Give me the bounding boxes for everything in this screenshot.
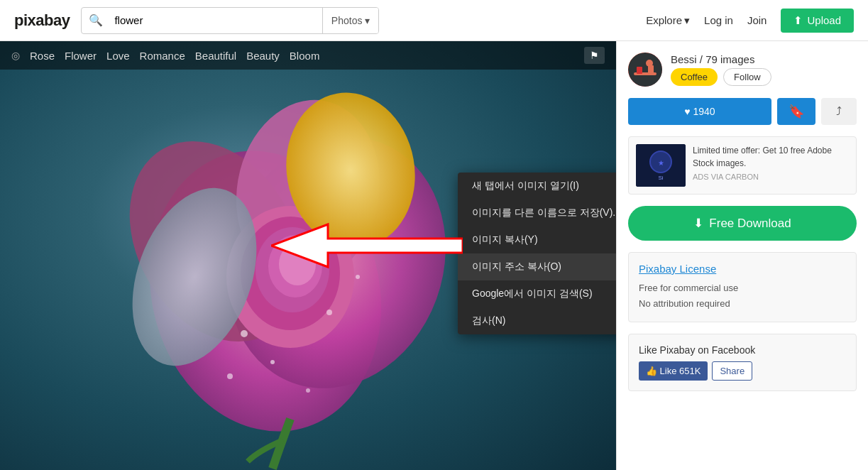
explore-nav[interactable]: Explore ▾ xyxy=(646,14,690,27)
tag-icon: ◎ xyxy=(11,50,20,61)
search-icon: 🔍 xyxy=(82,13,110,27)
svg-rect-20 xyxy=(637,67,642,74)
context-inspect[interactable]: 검사(N) Ctrl+Shift+I xyxy=(458,307,616,334)
upload-icon: ⬆ xyxy=(793,14,803,27)
header: pixabay 🔍 Photos ▾ Explore ▾ Log in Join… xyxy=(0,0,868,41)
svg-point-22 xyxy=(646,60,653,67)
license-title[interactable]: Pixabay License xyxy=(639,263,846,275)
tags-bar: ◎ Rose Flower Love Romance Beautiful Bea… xyxy=(0,41,616,70)
svg-point-18 xyxy=(628,53,662,87)
facebook-like-button[interactable]: 👍 Like 651K xyxy=(639,361,708,381)
search-type-dropdown[interactable]: Photos ▾ xyxy=(323,8,379,33)
share-button[interactable]: ⤴ xyxy=(821,98,857,125)
ad-thumbnail: Si ★ xyxy=(636,144,686,187)
ad-content: Limited time offer: Get 10 free Adobe St… xyxy=(693,144,849,181)
facebook-share-button[interactable]: Share xyxy=(712,361,752,381)
svg-point-16 xyxy=(306,388,310,393)
login-link[interactable]: Log in xyxy=(704,14,733,26)
license-box: Pixabay License Free for commercial use … xyxy=(628,252,857,322)
search-type-label: Photos xyxy=(331,15,363,26)
user-actions: Coffee Follow xyxy=(671,68,857,86)
tag-beautiful[interactable]: Beautiful xyxy=(195,50,236,62)
download-icon: ⬇ xyxy=(693,216,703,231)
flag-button[interactable]: ⚑ xyxy=(584,47,605,64)
user-section: Bessi / 79 images Coffee Follow xyxy=(628,53,857,87)
context-menu: 새 탭에서 이미지 열기(I) 이미지를 다른 이름으로 저장(V)... 이미… xyxy=(458,173,616,334)
ad-banner: Si ★ Limited time offer: Get 10 free Ado… xyxy=(628,136,857,195)
svg-point-14 xyxy=(356,275,360,279)
bookmark-button[interactable]: 🔖 xyxy=(777,98,815,125)
upload-label: Upload xyxy=(807,14,841,26)
user-info: Bessi / 79 images Coffee Follow xyxy=(671,53,857,86)
join-link[interactable]: Join xyxy=(747,14,767,26)
action-row: ♥ 1940 🔖 ⤴ xyxy=(628,98,857,125)
svg-text:Si: Si xyxy=(658,175,663,181)
svg-point-12 xyxy=(326,310,332,315)
svg-point-11 xyxy=(241,330,248,337)
chevron-down-icon: ▾ xyxy=(365,15,370,26)
context-copy-image[interactable]: 이미지 복사(Y) xyxy=(458,226,616,253)
download-button[interactable]: ⬇ Free Download xyxy=(628,206,857,241)
tag-beauty[interactable]: Beauty xyxy=(246,50,280,62)
follow-button[interactable]: Follow xyxy=(723,68,771,86)
header-nav: Explore ▾ Log in Join ⬆ Upload xyxy=(646,9,854,33)
context-copy-address[interactable]: 이미지 주소 복사(O) xyxy=(458,253,616,280)
ad-text: Limited time offer: Get 10 free Adobe St… xyxy=(693,144,849,170)
tag-bloom[interactable]: Bloom xyxy=(290,50,320,62)
search-input[interactable] xyxy=(110,8,322,33)
facebook-buttons: 👍 Like 651K Share xyxy=(639,361,846,381)
facebook-box: Like Pixabay on Facebook 👍 Like 651K Sha… xyxy=(628,334,857,391)
facebook-title: Like Pixabay on Facebook xyxy=(639,344,846,356)
download-label: Free Download xyxy=(709,217,791,231)
svg-point-15 xyxy=(227,373,233,379)
svg-text:★: ★ xyxy=(658,159,664,167)
user-name[interactable]: Bessi / 79 images xyxy=(671,53,857,65)
ad-source: ADS VIA CARBON xyxy=(693,173,849,181)
context-google-search[interactable]: Google에서 이미지 검색(S) xyxy=(458,280,616,307)
svg-marker-17 xyxy=(271,224,463,267)
upload-button[interactable]: ⬆ Upload xyxy=(781,9,854,33)
red-arrow xyxy=(271,221,463,273)
tag-love[interactable]: Love xyxy=(106,50,130,62)
logo[interactable]: pixabay xyxy=(14,11,70,30)
coffee-button[interactable]: Coffee xyxy=(671,68,718,86)
likes-button[interactable]: ♥ 1940 xyxy=(628,98,771,125)
context-open-tab[interactable]: 새 탭에서 이미지 열기(I) xyxy=(458,173,616,200)
license-line-1: Free for commercial use xyxy=(639,280,846,296)
avatar[interactable] xyxy=(628,53,662,87)
tag-rose[interactable]: Rose xyxy=(30,50,55,62)
explore-label: Explore xyxy=(646,14,682,26)
tag-romance[interactable]: Romance xyxy=(140,50,185,62)
explore-chevron-icon: ▾ xyxy=(684,14,690,27)
image-panel: ◎ Rose Flower Love Romance Beautiful Bea… xyxy=(0,41,616,470)
context-save-as[interactable]: 이미지를 다른 이름으로 저장(V)... xyxy=(458,200,616,226)
license-line-2: No attribution required xyxy=(639,296,846,312)
svg-point-13 xyxy=(270,360,275,364)
search-bar: 🔍 Photos ▾ xyxy=(81,7,379,34)
sidebar: Bessi / 79 images Coffee Follow ♥ 1940 🔖… xyxy=(616,41,868,470)
tag-flower[interactable]: Flower xyxy=(65,50,97,62)
main-content: ◎ Rose Flower Love Romance Beautiful Bea… xyxy=(0,41,868,470)
